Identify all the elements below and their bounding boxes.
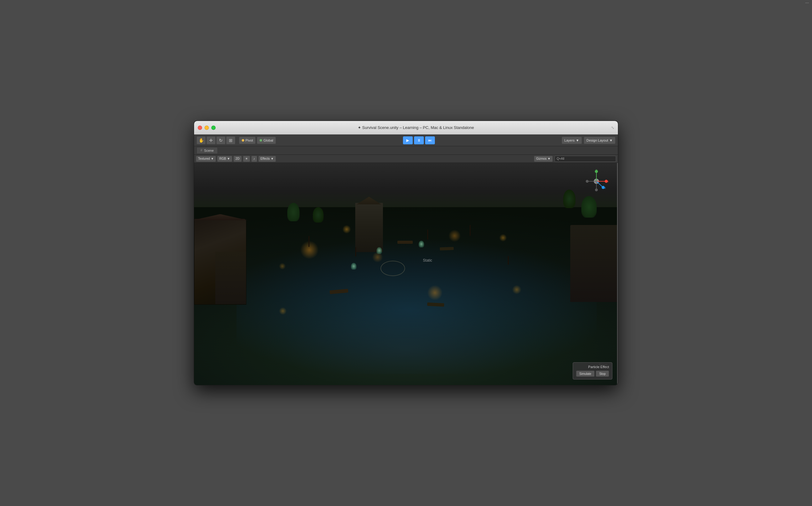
layers-dropdown[interactable]: Layers ▼	[562, 137, 582, 144]
torch-glow-9	[279, 263, 286, 270]
rgb-chevron: ▼	[227, 157, 230, 160]
torch-glow-3	[448, 230, 461, 242]
audio-button[interactable]: ♪	[251, 156, 257, 162]
rgb-label: RGB	[219, 157, 226, 160]
bench-4	[440, 247, 454, 251]
global-button[interactable]: Global	[257, 137, 276, 144]
pivot-label: Pivot	[245, 139, 253, 142]
sun-button[interactable]: ☀	[243, 156, 250, 162]
move-tool[interactable]: ✛	[206, 136, 216, 144]
torch-pole-3	[427, 230, 428, 240]
global-label: Global	[263, 139, 273, 142]
global-dot	[260, 139, 262, 142]
title-icon: ✦	[358, 125, 361, 130]
window-controls	[198, 125, 216, 130]
textured-label: Textured	[198, 157, 210, 160]
gizmos-chevron: ▼	[547, 157, 550, 160]
scene-toolbar: Textured ▼ RGB ▼ 2D ☀ ♪ Effects ▼ Gizmos…	[194, 155, 618, 163]
scene-search-field[interactable]: Q+All	[554, 156, 616, 162]
close-button[interactable]	[198, 125, 202, 130]
scene-tab[interactable]: # Scene	[197, 147, 218, 154]
play-button[interactable]: ▶	[403, 136, 413, 144]
torch-glow-7	[512, 285, 521, 294]
transform-tools: ✋ ✛ ↻ ⊞	[197, 136, 235, 144]
spirit-particle-2	[351, 263, 357, 270]
particle-effect-panel: Particle Effect Simulate Stop	[573, 362, 612, 380]
hand-tool[interactable]: ✋	[197, 136, 206, 144]
tree-group-right-2	[563, 190, 576, 208]
toolbar-right: Layers ▼ Design Layout ▼	[562, 137, 615, 144]
well-structure	[381, 261, 405, 276]
layers-label: Layers	[565, 139, 575, 142]
minimize-button[interactable]	[205, 125, 209, 130]
textured-dropdown[interactable]: Textured ▼	[196, 156, 216, 162]
svg-point-13	[595, 189, 598, 191]
spirit-particle-1	[377, 247, 382, 254]
2d-label: 2D	[235, 157, 239, 160]
effects-chevron: ▼	[271, 157, 274, 160]
layers-chevron: ▼	[576, 139, 579, 142]
torch-pole-2	[355, 247, 356, 256]
scene-viewport[interactable]: Static y x z	[194, 163, 618, 385]
effects-label: Effects	[261, 157, 270, 160]
building-far-right	[570, 225, 618, 302]
scene-toolbar-right: Gizmos ▼ Q+All	[534, 156, 616, 162]
gizmo-compass: y x z	[584, 169, 609, 193]
particle-effect-title: Particle Effect	[576, 365, 609, 369]
torch-glow-2	[427, 285, 442, 301]
maximize-button[interactable]	[211, 125, 216, 130]
blue-mist-effect	[236, 230, 597, 374]
pivot-dot	[242, 139, 244, 142]
tree-group-right	[581, 196, 597, 218]
pause-button[interactable]: ⏸	[414, 136, 424, 144]
main-toolbar: ✋ ✛ ↻ ⊞ Pivot Global ▶ ⏸ ⏭ Layers ▼	[194, 135, 618, 146]
rgb-dropdown[interactable]: RGB ▼	[217, 156, 232, 162]
svg-text:x: x	[607, 180, 609, 183]
search-placeholder: Q+All	[557, 157, 565, 160]
svg-point-11	[586, 180, 588, 182]
tab-hash-icon: #	[201, 149, 202, 152]
scene-right-scrollbar[interactable]	[617, 163, 618, 385]
unity-editor-window: ✦ Survival Scene.unity – Learning – PC, …	[194, 121, 618, 385]
resize-icon: ⤡	[611, 125, 614, 130]
torch-glow-8	[279, 307, 287, 315]
tree-group-left	[287, 203, 300, 221]
scale-tool[interactable]: ⊞	[226, 136, 235, 144]
title-label: Survival Scene.unity – Learning – PC, Ma…	[362, 125, 474, 130]
design-layout-dropdown[interactable]: Design Layout ▼	[584, 137, 615, 144]
playback-controls: ▶ ⏸ ⏭	[277, 136, 561, 144]
effects-dropdown[interactable]: Effects ▼	[259, 156, 276, 162]
step-button[interactable]: ⏭	[425, 136, 435, 144]
particle-effect-buttons: Simulate Stop	[576, 370, 609, 377]
torch-pole-1	[308, 236, 309, 247]
torch-pole-4	[470, 225, 471, 236]
pivot-button[interactable]: Pivot	[239, 137, 256, 144]
gizmo-axes-svg: y x z	[584, 169, 609, 193]
window-title: ✦ Survival Scene.unity – Learning – PC, …	[220, 125, 611, 130]
title-bar: ✦ Survival Scene.unity – Learning – PC, …	[194, 121, 618, 135]
design-layout-label: Design Layout	[587, 139, 608, 142]
rotate-tool[interactable]: ↻	[216, 136, 225, 144]
design-layout-chevron: ▼	[609, 139, 613, 142]
gizmos-button[interactable]: Gizmos ▼	[534, 156, 553, 162]
scene-canvas: Static y x z	[194, 163, 618, 385]
static-label: Static	[423, 258, 432, 263]
stop-button[interactable]: Stop	[596, 370, 609, 377]
simulate-button[interactable]: Simulate	[576, 370, 595, 377]
scene-tab-label: Scene	[204, 149, 214, 152]
gizmos-label: Gizmos	[536, 157, 546, 160]
building-center-left	[215, 252, 246, 304]
svg-text:y: y	[596, 169, 597, 171]
tower-center-back	[355, 203, 383, 252]
torch-pole-5	[508, 256, 509, 265]
bench-3	[397, 241, 413, 244]
tree-group-left-2	[313, 207, 324, 223]
svg-text:z: z	[604, 186, 606, 189]
scene-tabbar: # Scene —	[194, 146, 618, 155]
2d-button[interactable]: 2D	[233, 156, 242, 162]
spirit-particle-3	[419, 241, 424, 247]
textured-chevron: ▼	[211, 157, 214, 160]
